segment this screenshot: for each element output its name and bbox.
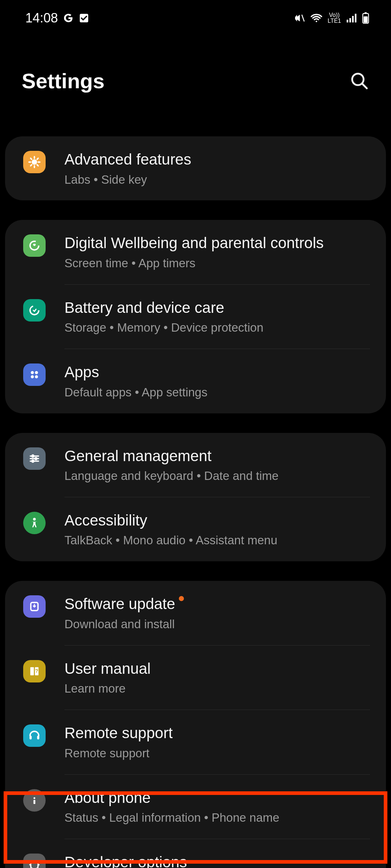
row-title: Apps (64, 363, 99, 382)
status-left: 14:08 (25, 10, 89, 26)
row-user-manual[interactable]: ? User manual Learn more (5, 646, 386, 710)
svg-rect-30 (37, 736, 39, 740)
device-care-icon (23, 299, 46, 322)
svg-rect-4 (352, 16, 354, 22)
volte-icon: Vo))LTE1 (328, 12, 341, 24)
svg-point-15 (35, 371, 38, 374)
svg-rect-7 (365, 12, 367, 13)
svg-point-21 (35, 458, 37, 460)
advanced-features-icon (23, 151, 46, 173)
apps-icon (23, 363, 46, 386)
battery-icon (362, 12, 369, 24)
header: Settings (0, 36, 391, 136)
row-apps[interactable]: Apps Default apps • App settings (5, 349, 386, 413)
row-general-management[interactable]: General management Language and keyboard… (5, 433, 386, 497)
svg-point-16 (31, 375, 34, 379)
settings-group: Software update Download and install ? U… (5, 581, 386, 868)
row-title: General management (64, 447, 211, 466)
row-advanced-features[interactable]: Advanced features Labs • Side key (5, 136, 386, 200)
settings-list: Advanced features Labs • Side key Digita… (0, 136, 391, 868)
svg-rect-29 (30, 736, 32, 740)
accessibility-icon (23, 512, 46, 534)
svg-rect-26 (30, 667, 34, 675)
row-about-phone[interactable]: About phone Status • Legal information •… (5, 775, 386, 839)
row-title: Developer options (64, 853, 187, 868)
svg-point-19 (32, 455, 34, 457)
status-bar: 14:08 Vo))LTE1 (0, 0, 391, 36)
status-time: 14:08 (25, 10, 58, 26)
row-accessibility[interactable]: Accessibility TalkBack • Mono audio • As… (5, 497, 386, 561)
svg-rect-2 (347, 20, 349, 23)
svg-point-14 (31, 371, 34, 374)
developer-options-icon (23, 854, 46, 868)
search-button[interactable] (350, 71, 369, 91)
wifi-icon (310, 13, 323, 24)
row-title: Remote support (64, 724, 173, 743)
row-software-update[interactable]: Software update Download and install (5, 581, 386, 645)
row-digital-wellbeing[interactable]: Digital Wellbeing and parental controls … (5, 220, 386, 284)
row-title: Digital Wellbeing and parental controls (64, 234, 324, 253)
row-sub: Default apps • App settings (64, 385, 370, 400)
general-management-icon (23, 447, 46, 470)
svg-point-31 (34, 797, 35, 799)
svg-text:?: ? (35, 668, 38, 674)
row-title: Battery and device care (64, 298, 224, 318)
user-manual-icon: ? (23, 660, 46, 682)
svg-point-11 (32, 159, 37, 165)
row-title: Software update (64, 595, 175, 614)
row-title: User manual (64, 659, 151, 678)
svg-point-13 (30, 306, 39, 315)
software-update-icon (23, 595, 46, 618)
checkbox-icon (79, 13, 89, 23)
row-battery-device-care[interactable]: Battery and device care Storage • Memory… (5, 285, 386, 349)
row-sub: Language and keyboard • Date and time (64, 468, 370, 484)
row-title: Advanced features (64, 150, 191, 169)
row-sub: Status • Legal information • Phone name (64, 810, 370, 826)
row-title: Accessibility (64, 511, 147, 530)
vibrate-icon (294, 12, 305, 24)
svg-rect-32 (34, 800, 35, 804)
row-developer-options[interactable]: Developer options Developer options (5, 839, 386, 868)
remote-support-icon (23, 724, 46, 747)
svg-rect-3 (349, 18, 351, 22)
svg-point-17 (35, 375, 38, 379)
signal-icon (346, 13, 357, 23)
row-sub: Storage • Memory • Device protection (64, 320, 370, 336)
svg-point-24 (33, 518, 36, 521)
row-sub: Learn more (64, 681, 370, 697)
digital-wellbeing-icon (23, 234, 46, 257)
row-sub: TalkBack • Mono audio • Assistant menu (64, 533, 370, 548)
row-title: About phone (64, 788, 151, 808)
svg-point-23 (32, 460, 34, 462)
row-sub: Screen time • App timers (64, 256, 370, 271)
page-title: Settings (22, 69, 105, 93)
svg-rect-5 (355, 14, 357, 22)
status-right: Vo))LTE1 (294, 12, 369, 24)
row-sub: Download and install (64, 617, 370, 632)
row-sub: Remote support (64, 746, 370, 761)
svg-rect-8 (363, 16, 367, 23)
about-phone-icon (23, 789, 46, 812)
update-badge-dot (179, 596, 184, 601)
settings-group: General management Language and keyboard… (5, 433, 386, 562)
svg-line-10 (362, 84, 367, 88)
settings-group: Advanced features Labs • Side key (5, 136, 386, 200)
google-icon (63, 13, 74, 24)
svg-line-1 (302, 15, 304, 22)
row-remote-support[interactable]: Remote support Remote support (5, 710, 386, 774)
settings-group: Digital Wellbeing and parental controls … (5, 220, 386, 413)
row-sub: Labs • Side key (64, 172, 370, 188)
